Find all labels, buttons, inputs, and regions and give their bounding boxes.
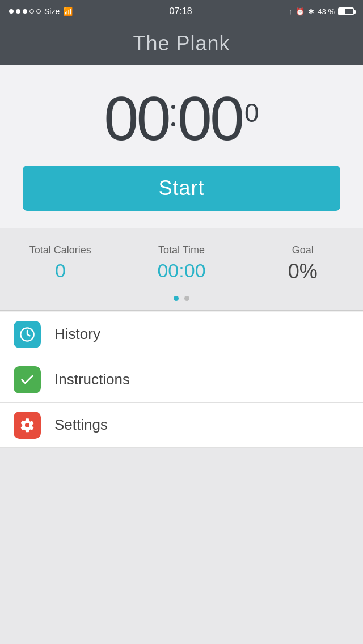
start-button[interactable]: Start bbox=[23, 166, 340, 211]
gear-icon bbox=[19, 417, 35, 433]
alarm-icon: ⏰ bbox=[296, 7, 305, 16]
stat-calories-value: 0 bbox=[55, 260, 66, 282]
dot-5 bbox=[36, 9, 41, 14]
location-icon: ↑ bbox=[289, 7, 293, 16]
battery-fill bbox=[339, 9, 345, 14]
stat-calories-label: Total Calories bbox=[29, 244, 91, 256]
history-icon-bg bbox=[14, 321, 41, 348]
settings-icon-bg bbox=[14, 412, 41, 439]
page-dot-1[interactable] bbox=[174, 296, 179, 301]
timer-section: 00 00 0 Start bbox=[0, 65, 363, 228]
status-time: 07:18 bbox=[170, 6, 192, 16]
menu-item-instructions[interactable]: Instructions bbox=[0, 357, 363, 402]
timer-display: 00 00 0 bbox=[104, 87, 259, 150]
stat-calories: Total Calories 0 bbox=[0, 240, 121, 288]
battery-icon bbox=[338, 7, 354, 15]
nav-bar: The Plank bbox=[0, 23, 363, 65]
colon-dot-top bbox=[171, 105, 175, 109]
carrier-label: Size bbox=[44, 7, 60, 16]
status-bar: Size 📶 07:18 ↑ ⏰ ✱ 43 % bbox=[0, 0, 363, 23]
stat-time-value: 00:00 bbox=[157, 260, 205, 282]
timer-colon bbox=[171, 98, 175, 139]
dot-1 bbox=[9, 9, 14, 14]
instructions-icon-bg bbox=[14, 366, 41, 393]
stats-row: Total Calories 0 Total Time 00:00 Goal 0… bbox=[0, 240, 363, 288]
dot-3 bbox=[23, 9, 27, 14]
timer-minutes: 00 bbox=[104, 87, 168, 150]
signal-dots bbox=[9, 9, 41, 14]
wifi-icon: 📶 bbox=[63, 7, 73, 16]
stat-goal: Goal 0% bbox=[242, 240, 363, 288]
bottom-area bbox=[0, 448, 363, 644]
status-left: Size 📶 bbox=[9, 7, 73, 16]
status-right: ↑ ⏰ ✱ 43 % bbox=[289, 7, 354, 16]
stat-goal-label: Goal bbox=[292, 244, 314, 256]
menu-item-history[interactable]: History bbox=[0, 312, 363, 357]
history-label: History bbox=[54, 325, 100, 343]
menu-item-settings[interactable]: Settings bbox=[0, 402, 363, 448]
check-icon bbox=[19, 372, 35, 388]
pagination-dots bbox=[0, 296, 363, 301]
colon-dot-bottom bbox=[171, 122, 175, 126]
bluetooth-icon: ✱ bbox=[308, 7, 314, 16]
battery-percent: 43 % bbox=[318, 7, 335, 16]
timer-seconds: 00 bbox=[178, 87, 242, 150]
page-title: The Plank bbox=[133, 32, 230, 56]
clock-icon bbox=[19, 327, 35, 342]
stat-time-label: Total Time bbox=[158, 244, 205, 256]
dot-2 bbox=[16, 9, 20, 14]
settings-label: Settings bbox=[54, 416, 108, 434]
timer-fraction: 0 bbox=[244, 98, 259, 128]
stats-section: Total Calories 0 Total Time 00:00 Goal 0… bbox=[0, 228, 363, 311]
menu-section: History Instructions Settings bbox=[0, 312, 363, 448]
stat-time: Total Time 00:00 bbox=[121, 240, 243, 288]
page-dot-2[interactable] bbox=[184, 296, 189, 301]
stat-goal-value: 0% bbox=[288, 260, 318, 283]
instructions-label: Instructions bbox=[54, 371, 130, 388]
dot-4 bbox=[29, 9, 34, 14]
